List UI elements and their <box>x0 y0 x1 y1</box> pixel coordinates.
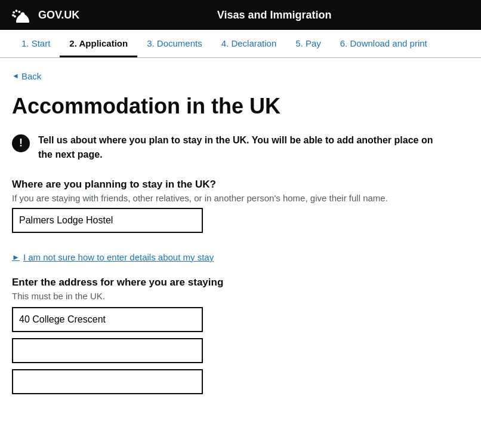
crown-icon <box>12 6 33 24</box>
page-title: Accommodation in the UK <box>12 93 442 119</box>
back-arrow-icon: ◄ <box>12 72 19 80</box>
expand-arrow-icon: ► <box>12 253 20 262</box>
nav-item-application[interactable]: 2. Application <box>60 30 137 57</box>
service-title: Visas and Immigration <box>79 9 469 22</box>
expand-help-button[interactable]: ► I am not sure how to enter details abo… <box>12 252 214 262</box>
nav-item-start[interactable]: 1. Start <box>12 30 60 57</box>
stay-question-hint: If you are staying with friends, other r… <box>12 193 442 203</box>
nav-item-documents[interactable]: 3. Documents <box>137 30 212 57</box>
gov-uk-logo: GOV.UK <box>12 6 79 24</box>
nav-item-declaration[interactable]: 4. Declaration <box>212 30 286 57</box>
back-link[interactable]: ◄ Back <box>12 71 41 81</box>
nav-item-pay[interactable]: 5. Pay <box>286 30 331 57</box>
nav-item-download[interactable]: 6. Download and print <box>331 30 437 57</box>
address-hint: This must be in the UK. <box>12 291 442 301</box>
gov-uk-text: GOV.UK <box>38 9 79 22</box>
address-line3-input[interactable] <box>12 369 203 394</box>
stay-question-label: Where are you planning to stay in the UK… <box>12 179 442 191</box>
site-header: GOV.UK Visas and Immigration <box>0 0 481 30</box>
progress-navigation: 1. Start 2. Application 3. Documents 4. … <box>0 30 481 58</box>
info-panel: ! Tell us about where you plan to stay i… <box>12 133 442 162</box>
stay-question-group: Where are you planning to stay in the UK… <box>12 179 442 233</box>
address-label: Enter the address for where you are stay… <box>12 277 442 289</box>
address-line2-input[interactable] <box>12 338 203 363</box>
stay-name-input[interactable] <box>12 208 203 233</box>
info-icon: ! <box>12 134 30 152</box>
main-content: ◄ Back Accommodation in the UK ! Tell us… <box>0 58 454 432</box>
info-panel-text: Tell us about where you plan to stay in … <box>38 133 442 162</box>
address-line1-input[interactable] <box>12 307 203 332</box>
address-group: Enter the address for where you are stay… <box>12 277 442 394</box>
